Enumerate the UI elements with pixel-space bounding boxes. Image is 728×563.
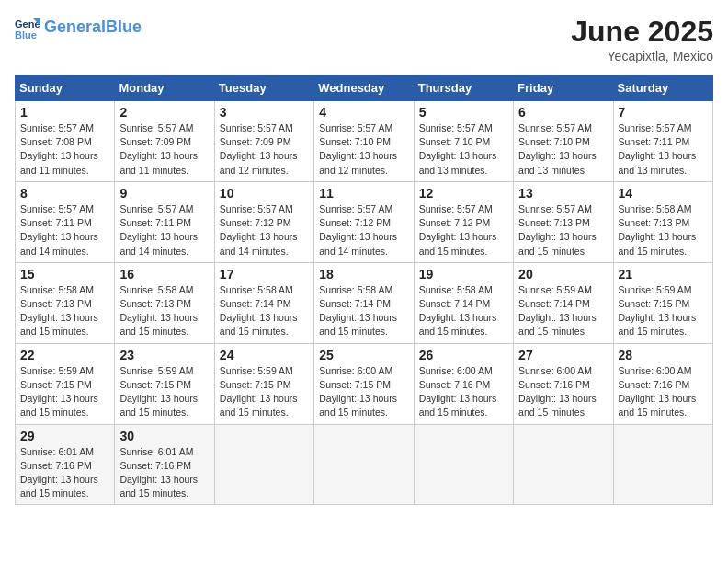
day-number: 24 <box>220 348 309 362</box>
calendar-cell: 19Sunrise: 5:58 AMSunset: 7:14 PMDayligh… <box>414 262 513 343</box>
logo-general: General <box>44 17 106 36</box>
logo-blue: Blue <box>106 17 142 36</box>
day-number: 26 <box>419 348 508 362</box>
calendar-cell: 15Sunrise: 5:58 AMSunset: 7:13 PMDayligh… <box>16 262 115 343</box>
day-info: Sunrise: 5:59 AMSunset: 7:15 PMDaylight:… <box>119 364 209 420</box>
logo-icon: General Blue <box>15 15 40 40</box>
calendar-cell: 29Sunrise: 6:01 AMSunset: 7:16 PMDayligh… <box>16 424 115 505</box>
day-number: 30 <box>119 429 209 443</box>
calendar-week-row: 15Sunrise: 5:58 AMSunset: 7:13 PMDayligh… <box>16 262 713 343</box>
svg-text:Blue: Blue <box>15 29 37 40</box>
day-info: Sunrise: 5:57 AMSunset: 7:11 PMDaylight:… <box>20 202 109 259</box>
calendar-cell: 21Sunrise: 5:59 AMSunset: 7:15 PMDayligh… <box>613 262 712 343</box>
calendar-week-row: 29Sunrise: 6:01 AMSunset: 7:16 PMDayligh… <box>16 424 713 505</box>
day-number: 28 <box>619 348 708 362</box>
calendar-cell: 5Sunrise: 5:57 AMSunset: 7:10 PMDaylight… <box>414 101 513 182</box>
day-number: 27 <box>518 348 608 362</box>
day-info: Sunrise: 5:57 AMSunset: 7:10 PMDaylight:… <box>419 121 508 178</box>
calendar-cell <box>414 424 513 505</box>
day-number: 19 <box>419 267 508 282</box>
calendar-cell <box>613 424 712 505</box>
day-info: Sunrise: 5:59 AMSunset: 7:14 PMDaylight:… <box>518 283 608 339</box>
weekday-header-wednesday: Wednesday <box>314 75 414 101</box>
calendar-cell: 30Sunrise: 6:01 AMSunset: 7:16 PMDayligh… <box>115 424 214 505</box>
month-title: June 2025 <box>571 15 713 49</box>
calendar-cell <box>214 424 313 505</box>
calendar-cell: 13Sunrise: 5:57 AMSunset: 7:13 PMDayligh… <box>514 181 613 262</box>
page-header: General Blue GeneralBlue June 2025 Yecap… <box>15 15 713 63</box>
calendar-week-row: 1Sunrise: 5:57 AMSunset: 7:08 PMDaylight… <box>16 101 713 182</box>
day-info: Sunrise: 6:01 AMSunset: 7:16 PMDaylight:… <box>20 445 109 501</box>
day-info: Sunrise: 5:57 AMSunset: 7:12 PMDaylight:… <box>419 202 508 259</box>
calendar-table: SundayMondayTuesdayWednesdayThursdayFrid… <box>15 75 713 505</box>
day-number: 4 <box>319 105 408 120</box>
calendar-cell: 11Sunrise: 5:57 AMSunset: 7:12 PMDayligh… <box>314 181 414 262</box>
day-number: 6 <box>518 105 608 120</box>
day-number: 17 <box>220 267 309 282</box>
day-info: Sunrise: 6:00 AMSunset: 7:16 PMDaylight:… <box>419 364 508 420</box>
day-number: 3 <box>220 105 309 120</box>
day-number: 2 <box>119 105 209 120</box>
title-area: June 2025 Yecapixtla, Mexico <box>571 15 713 63</box>
day-info: Sunrise: 5:57 AMSunset: 7:09 PMDaylight:… <box>220 121 309 178</box>
day-info: Sunrise: 5:58 AMSunset: 7:13 PMDaylight:… <box>20 283 109 339</box>
day-info: Sunrise: 6:01 AMSunset: 7:16 PMDaylight:… <box>119 445 209 501</box>
calendar-cell: 23Sunrise: 5:59 AMSunset: 7:15 PMDayligh… <box>115 343 214 424</box>
day-info: Sunrise: 5:57 AMSunset: 7:11 PMDaylight:… <box>119 202 209 259</box>
weekday-header-sunday: Sunday <box>16 75 115 101</box>
calendar-cell: 8Sunrise: 5:57 AMSunset: 7:11 PMDaylight… <box>16 181 115 262</box>
calendar-cell: 2Sunrise: 5:57 AMSunset: 7:09 PMDaylight… <box>115 101 214 182</box>
calendar-cell: 6Sunrise: 5:57 AMSunset: 7:10 PMDaylight… <box>514 101 613 182</box>
day-number: 9 <box>119 186 209 201</box>
calendar-cell: 17Sunrise: 5:58 AMSunset: 7:14 PMDayligh… <box>214 262 313 343</box>
calendar-cell: 14Sunrise: 5:58 AMSunset: 7:13 PMDayligh… <box>613 181 712 262</box>
weekday-header-tuesday: Tuesday <box>214 75 313 101</box>
day-number: 15 <box>20 267 109 282</box>
day-info: Sunrise: 5:57 AMSunset: 7:10 PMDaylight:… <box>518 121 608 178</box>
day-number: 18 <box>319 267 408 282</box>
day-number: 20 <box>518 267 608 282</box>
calendar-cell: 1Sunrise: 5:57 AMSunset: 7:08 PMDaylight… <box>16 101 115 182</box>
day-number: 10 <box>220 186 309 201</box>
day-info: Sunrise: 5:58 AMSunset: 7:14 PMDaylight:… <box>419 283 508 339</box>
day-number: 7 <box>619 105 708 120</box>
day-info: Sunrise: 5:57 AMSunset: 7:12 PMDaylight:… <box>319 202 408 259</box>
day-number: 5 <box>419 105 508 120</box>
day-info: Sunrise: 5:59 AMSunset: 7:15 PMDaylight:… <box>20 364 109 420</box>
day-info: Sunrise: 6:00 AMSunset: 7:15 PMDaylight:… <box>319 364 408 420</box>
day-number: 8 <box>20 186 109 201</box>
weekday-header-thursday: Thursday <box>414 75 513 101</box>
day-info: Sunrise: 5:58 AMSunset: 7:13 PMDaylight:… <box>619 202 708 259</box>
day-number: 22 <box>20 348 109 362</box>
calendar-cell: 10Sunrise: 5:57 AMSunset: 7:12 PMDayligh… <box>214 181 313 262</box>
calendar-cell: 16Sunrise: 5:58 AMSunset: 7:13 PMDayligh… <box>115 262 214 343</box>
day-info: Sunrise: 5:57 AMSunset: 7:08 PMDaylight:… <box>20 121 109 178</box>
day-number: 1 <box>20 105 109 120</box>
weekday-header-friday: Friday <box>514 75 613 101</box>
day-info: Sunrise: 5:57 AMSunset: 7:13 PMDaylight:… <box>518 202 608 259</box>
calendar-week-row: 8Sunrise: 5:57 AMSunset: 7:11 PMDaylight… <box>16 181 713 262</box>
day-info: Sunrise: 5:57 AMSunset: 7:09 PMDaylight:… <box>119 121 209 178</box>
logo-text-line1: GeneralBlue <box>44 18 142 37</box>
calendar-cell: 20Sunrise: 5:59 AMSunset: 7:14 PMDayligh… <box>514 262 613 343</box>
day-info: Sunrise: 5:58 AMSunset: 7:13 PMDaylight:… <box>119 283 209 339</box>
day-info: Sunrise: 5:58 AMSunset: 7:14 PMDaylight:… <box>220 283 309 339</box>
day-number: 25 <box>319 348 408 362</box>
calendar-cell: 12Sunrise: 5:57 AMSunset: 7:12 PMDayligh… <box>414 181 513 262</box>
day-info: Sunrise: 6:00 AMSunset: 7:16 PMDaylight:… <box>619 364 708 420</box>
day-info: Sunrise: 5:57 AMSunset: 7:12 PMDaylight:… <box>220 202 309 259</box>
day-info: Sunrise: 5:59 AMSunset: 7:15 PMDaylight:… <box>619 283 708 339</box>
logo: General Blue GeneralBlue <box>15 15 142 40</box>
day-number: 21 <box>619 267 708 282</box>
calendar-cell: 25Sunrise: 6:00 AMSunset: 7:15 PMDayligh… <box>314 343 414 424</box>
calendar-cell: 26Sunrise: 6:00 AMSunset: 7:16 PMDayligh… <box>414 343 513 424</box>
calendar-cell: 7Sunrise: 5:57 AMSunset: 7:11 PMDaylight… <box>613 101 712 182</box>
calendar-cell: 18Sunrise: 5:58 AMSunset: 7:14 PMDayligh… <box>314 262 414 343</box>
calendar-cell: 24Sunrise: 5:59 AMSunset: 7:15 PMDayligh… <box>214 343 313 424</box>
day-number: 16 <box>119 267 209 282</box>
weekday-header-monday: Monday <box>115 75 214 101</box>
calendar-cell: 27Sunrise: 6:00 AMSunset: 7:16 PMDayligh… <box>514 343 613 424</box>
calendar-cell: 28Sunrise: 6:00 AMSunset: 7:16 PMDayligh… <box>613 343 712 424</box>
calendar-week-row: 22Sunrise: 5:59 AMSunset: 7:15 PMDayligh… <box>16 343 713 424</box>
calendar-cell: 9Sunrise: 5:57 AMSunset: 7:11 PMDaylight… <box>115 181 214 262</box>
